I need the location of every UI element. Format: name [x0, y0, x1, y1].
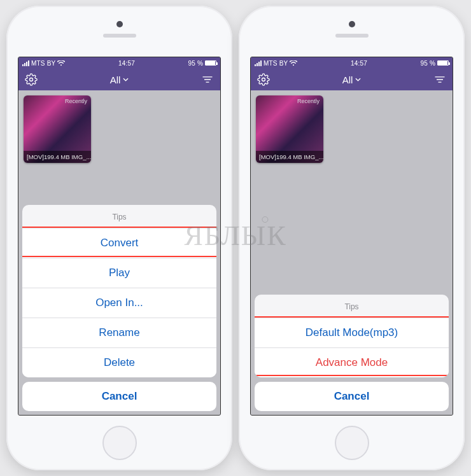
battery-icon [205, 60, 216, 66]
sheet-item-open-in[interactable]: Open In... [22, 288, 216, 318]
nav-title[interactable]: All [342, 74, 362, 85]
sheet-item-convert[interactable]: Convert [22, 228, 216, 258]
filter-icon[interactable] [433, 73, 446, 86]
battery-pct-label: 95 % [420, 60, 435, 67]
phone-frame-left: MTS BY 14:57 95 % All [6, 6, 232, 470]
phone-speaker [335, 34, 369, 38]
phone-frame-right: MTS BY 14:57 95 % All [239, 6, 465, 470]
thumbnail-badge: Recently [297, 98, 320, 104]
chevron-down-icon [355, 78, 361, 81]
screen-right: MTS BY 14:57 95 % All [250, 57, 453, 416]
carrier-label: MTS BY [31, 60, 55, 67]
gear-icon[interactable] [257, 73, 270, 86]
signal-icon [22, 60, 29, 66]
home-button[interactable] [335, 426, 369, 460]
filter-icon[interactable] [201, 73, 214, 86]
sheet-item-default-mode[interactable]: Default Mode(mp3) [255, 318, 449, 347]
sheet-title: Tips [22, 205, 216, 228]
gear-icon[interactable] [25, 73, 38, 86]
sheet-cancel-button[interactable]: Cancel [22, 382, 216, 411]
sheet-item-rename[interactable]: Rename [22, 318, 216, 347]
phone-speaker [103, 34, 136, 38]
thumbnail-caption: [MOV]199.4 MB IMG_... [256, 151, 323, 163]
sheet-item-play[interactable]: Play [22, 258, 216, 288]
svg-point-0 [30, 78, 33, 81]
signal-icon [255, 60, 262, 66]
sheet-cancel-button[interactable]: Cancel [255, 382, 449, 411]
video-thumbnail[interactable]: Recently [MOV]199.4 MB IMG_... [256, 95, 323, 163]
status-bar: MTS BY 14:57 95 % [18, 57, 220, 69]
thumbnail-badge: Recently [65, 98, 87, 104]
nav-title[interactable]: All [110, 74, 129, 85]
video-thumbnail[interactable]: Recently [MOV]199.4 MB IMG_... [24, 95, 91, 163]
sheet-title: Tips [255, 295, 449, 318]
nav-title-label: All [110, 74, 121, 85]
carrier-label: MTS BY [264, 60, 288, 67]
nav-bar: All [251, 69, 453, 90]
status-bar: MTS BY 14:57 95 % [251, 57, 453, 69]
screen-left: MTS BY 14:57 95 % All [18, 57, 221, 416]
chevron-down-icon [123, 78, 129, 81]
svg-point-4 [262, 78, 265, 81]
action-sheet: Tips Default Mode(mp3) Advance Mode Canc… [255, 295, 449, 411]
wifi-icon [290, 60, 297, 66]
thumbnail-caption: [MOV]199.4 MB IMG_... [24, 151, 91, 163]
clock-label: 14:57 [118, 60, 135, 67]
home-button[interactable] [102, 426, 137, 460]
sheet-item-advance-mode[interactable]: Advance Mode [255, 347, 449, 377]
battery-pct-label: 95 % [188, 60, 203, 67]
clock-label: 14:57 [351, 60, 367, 67]
nav-bar: All [18, 69, 220, 90]
nav-title-label: All [342, 74, 353, 85]
action-sheet: Tips Convert Play Open In... Rename Dele… [22, 205, 216, 411]
wifi-icon [57, 60, 65, 66]
sheet-item-delete[interactable]: Delete [22, 347, 216, 377]
battery-icon [437, 60, 449, 66]
